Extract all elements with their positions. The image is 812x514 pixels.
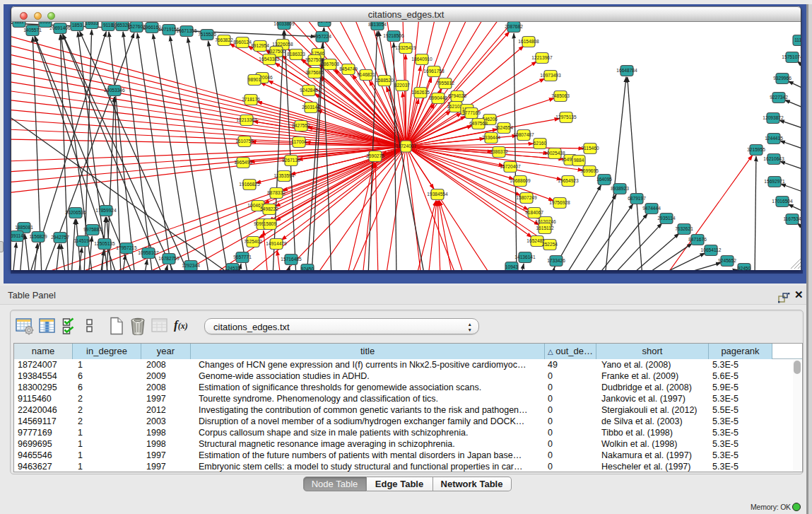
svg-text:18724007: 18724007 bbox=[396, 144, 417, 148]
svg-text:12975135: 12975135 bbox=[555, 115, 577, 119]
svg-text:1117: 1117 bbox=[794, 37, 801, 42]
svg-text:2087682: 2087682 bbox=[505, 24, 523, 29]
svg-text:16648784: 16648784 bbox=[616, 68, 637, 73]
svg-text:1610755: 1610755 bbox=[235, 139, 254, 144]
svg-text:10688609: 10688609 bbox=[510, 178, 531, 183]
svg-text:11353594: 11353594 bbox=[274, 173, 295, 178]
svg-text:3875685: 3875685 bbox=[305, 70, 324, 75]
svg-text:10807487: 10807487 bbox=[513, 132, 534, 137]
svg-text:1405571: 1405571 bbox=[23, 28, 42, 33]
svg-text:19384554: 19384554 bbox=[427, 192, 448, 197]
svg-text:6879197: 6879197 bbox=[628, 196, 646, 201]
svg-text:13325419: 13325419 bbox=[395, 45, 416, 50]
svg-text:19218506: 19218506 bbox=[383, 33, 404, 38]
svg-text:9115460: 9115460 bbox=[581, 146, 599, 151]
svg-text:12213967: 12213967 bbox=[531, 55, 553, 60]
svg-text:16154808: 16154808 bbox=[518, 39, 539, 44]
svg-text:7957224: 7957224 bbox=[313, 34, 331, 39]
svg-text:822037: 822037 bbox=[394, 83, 410, 88]
svg-text:10973493: 10973493 bbox=[540, 73, 561, 78]
svg-text:17016504: 17016504 bbox=[772, 199, 793, 204]
svg-text:9474444: 9474444 bbox=[642, 206, 661, 211]
svg-text:15809: 15809 bbox=[264, 221, 277, 226]
svg-text:16033809: 16033809 bbox=[273, 22, 295, 26]
svg-text:19756928: 19756928 bbox=[549, 200, 570, 205]
svg-text:92450: 92450 bbox=[738, 266, 751, 270]
svg-text:15692971: 15692971 bbox=[764, 179, 785, 184]
svg-text:8813054: 8813054 bbox=[368, 22, 387, 27]
svg-text:2718176: 2718176 bbox=[242, 97, 260, 102]
svg-text:17859924: 17859924 bbox=[95, 208, 117, 213]
svg-text:1885081: 1885081 bbox=[15, 225, 33, 230]
svg-text:1362635: 1362635 bbox=[411, 90, 430, 95]
svg-text:9975887: 9975887 bbox=[83, 227, 102, 232]
svg-text:2942757: 2942757 bbox=[51, 235, 69, 240]
svg-text:12213369: 12213369 bbox=[236, 117, 257, 122]
svg-text:6794028: 6794028 bbox=[448, 93, 466, 98]
svg-text:1292344: 1292344 bbox=[182, 263, 200, 268]
svg-text:8912954: 8912954 bbox=[251, 43, 269, 48]
svg-text:20206536: 20206536 bbox=[65, 210, 86, 215]
svg-text:20691406: 20691406 bbox=[49, 25, 71, 30]
svg-text:8878332: 8878332 bbox=[267, 190, 286, 195]
svg-text:16961758: 16961758 bbox=[423, 69, 445, 74]
svg-text:1111: 1111 bbox=[14, 22, 24, 24]
svg-text:9657771: 9657771 bbox=[233, 255, 252, 259]
svg-text:2053: 2053 bbox=[40, 22, 51, 24]
svg-text:14914479: 14914479 bbox=[266, 241, 287, 246]
svg-text:252254: 252254 bbox=[542, 242, 558, 247]
svg-text:7663822: 7663822 bbox=[215, 37, 233, 42]
svg-text:18640910: 18640910 bbox=[411, 57, 433, 62]
svg-text:7515526: 7515526 bbox=[198, 32, 216, 37]
svg-text:8186323: 8186323 bbox=[287, 52, 305, 57]
svg-text:9329966: 9329966 bbox=[773, 76, 792, 81]
svg-text:20053346: 20053346 bbox=[104, 88, 125, 93]
svg-text:6497568: 6497568 bbox=[469, 121, 488, 126]
svg-text:10958107: 10958107 bbox=[138, 250, 159, 255]
svg-text:17957215: 17957215 bbox=[116, 245, 137, 250]
svg-text:2603144: 2603144 bbox=[302, 105, 320, 110]
svg-text:164095: 164095 bbox=[596, 177, 612, 182]
svg-text:3624554: 3624554 bbox=[495, 125, 513, 130]
svg-text:1244415: 1244415 bbox=[765, 136, 783, 141]
svg-text:9184067: 9184067 bbox=[525, 210, 543, 215]
svg-text:8454749: 8454749 bbox=[339, 66, 358, 71]
svg-text:7632621: 7632621 bbox=[675, 226, 693, 231]
svg-text:15723: 15723 bbox=[318, 22, 331, 23]
svg-text:10025438: 10025438 bbox=[544, 151, 565, 156]
svg-text:2935114: 2935114 bbox=[657, 216, 676, 221]
svg-text:15716485: 15716485 bbox=[281, 257, 302, 262]
svg-text:2336444: 2336444 bbox=[482, 135, 500, 140]
svg-text:16671355: 16671355 bbox=[176, 28, 197, 33]
svg-text:14136141: 14136141 bbox=[514, 255, 536, 259]
svg-text:1965493: 1965493 bbox=[234, 160, 252, 165]
svg-text:1156829: 1156829 bbox=[29, 234, 47, 239]
svg-text:9699695: 9699695 bbox=[580, 168, 599, 173]
svg-text:62160: 62160 bbox=[534, 141, 547, 146]
svg-text:1615112: 1615112 bbox=[536, 226, 554, 230]
svg-text:39114: 39114 bbox=[11, 233, 23, 238]
svg-text:9327500: 9327500 bbox=[267, 49, 286, 54]
svg-text:16782759: 16782759 bbox=[158, 256, 180, 261]
svg-text:16933: 16933 bbox=[86, 22, 99, 25]
svg-text:15807249: 15807249 bbox=[516, 195, 537, 200]
svg-text:2590275: 2590275 bbox=[366, 153, 384, 158]
svg-text:7625402: 7625402 bbox=[244, 239, 262, 244]
svg-text:12505135: 12505135 bbox=[94, 241, 115, 246]
svg-text:5498222: 5498222 bbox=[260, 206, 278, 211]
svg-text:8960124: 8960124 bbox=[233, 40, 252, 45]
svg-text:3215955: 3215955 bbox=[747, 147, 765, 152]
svg-text:9227342: 9227342 bbox=[770, 95, 788, 100]
svg-text:1145194: 1145194 bbox=[73, 238, 92, 243]
svg-text:117004: 117004 bbox=[291, 139, 307, 144]
svg-text:98901: 98901 bbox=[248, 77, 261, 82]
svg-text:7485063: 7485063 bbox=[551, 93, 570, 98]
svg-text:12093872: 12093872 bbox=[763, 115, 784, 120]
svg-text:8427552: 8427552 bbox=[292, 123, 310, 128]
svg-text:9146821: 9146821 bbox=[357, 72, 375, 77]
svg-text:9242848: 9242848 bbox=[300, 88, 318, 93]
svg-text:10654112: 10654112 bbox=[701, 247, 722, 252]
svg-text:7386372: 7386372 bbox=[490, 149, 508, 154]
svg-text:15720407: 15720407 bbox=[500, 164, 521, 169]
svg-text:7955812: 7955812 bbox=[436, 81, 454, 86]
